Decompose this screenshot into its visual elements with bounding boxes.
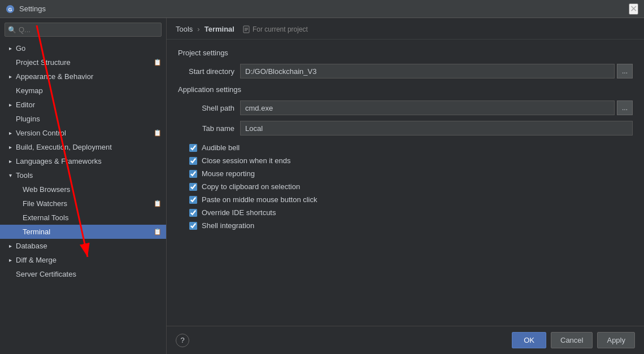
sidebar-item-project-structure[interactable]: Project Structure📋 <box>0 55 166 69</box>
help-button[interactable]: ? <box>176 334 189 347</box>
checkbox-row-mouse-reporting[interactable]: Mouse reporting <box>178 167 633 180</box>
start-directory-row: Start directory ... <box>178 64 633 78</box>
expand-arrow-editor <box>7 102 14 108</box>
shell-path-label: Shell path <box>178 104 234 112</box>
sidebar-item-file-watchers[interactable]: File Watchers📋 <box>0 196 166 211</box>
sidebar-label-version-control: Version Control <box>16 129 66 137</box>
copy-icon-terminal: 📋 <box>154 228 162 235</box>
copy-icon-file-watchers: 📋 <box>154 200 162 207</box>
sidebar-item-appearance[interactable]: Appearance & Behavior <box>0 69 166 84</box>
sidebar-item-build[interactable]: Build, Execution, Deployment <box>0 140 166 154</box>
ok-button[interactable]: OK <box>512 332 546 348</box>
cancel-button[interactable]: Cancel <box>551 332 593 348</box>
search-input[interactable] <box>5 23 162 37</box>
window-title: Settings <box>19 5 46 13</box>
sidebar-label-external-tools: External Tools <box>23 213 68 222</box>
sidebar-item-database[interactable]: Database <box>0 239 166 253</box>
settings-content: Project settings Start directory ... App… <box>167 40 644 326</box>
app-icon: G <box>6 5 15 14</box>
search-box[interactable]: 🔍 <box>5 23 162 37</box>
checkbox-row-close-session[interactable]: Close session when it ends <box>178 154 633 167</box>
main-layout: 🔍 GoProject Structure📋Appearance & Behav… <box>0 18 644 354</box>
sidebar-item-server-certs[interactable]: Server Certificates <box>0 267 166 281</box>
breadcrumb-project-label: For current project <box>253 25 308 33</box>
breadcrumb-terminal: Terminal <box>204 25 234 33</box>
expand-arrow-build <box>7 144 14 150</box>
sidebar-item-languages[interactable]: Languages & Frameworks <box>0 154 166 168</box>
start-directory-label: Start directory <box>178 67 234 76</box>
document-icon <box>242 25 250 33</box>
expand-arrow-diff-merge <box>7 257 14 263</box>
sidebar-label-project-structure: Project Structure <box>16 58 71 67</box>
svg-text:G: G <box>8 7 12 12</box>
sidebar-item-diff-merge[interactable]: Diff & Merge <box>0 253 166 267</box>
content-area: Tools › Terminal For current project Pro… <box>167 18 644 354</box>
checkbox-label-audible-bell: Audible bell <box>202 143 240 152</box>
checkbox-row-audible-bell[interactable]: Audible bell <box>178 141 633 154</box>
checkbox-label-copy-clipboard: Copy to clipboard on selection <box>202 182 300 191</box>
checkbox-label-mouse-reporting: Mouse reporting <box>202 169 255 178</box>
start-directory-input[interactable] <box>240 64 615 78</box>
title-bar-left: G Settings <box>6 5 46 14</box>
expand-arrow-tools <box>7 172 14 178</box>
sidebar-item-tools[interactable]: Tools <box>0 168 166 182</box>
sidebar-label-diff-merge: Diff & Merge <box>16 256 56 264</box>
shell-path-browse-btn[interactable]: ... <box>617 100 633 115</box>
breadcrumb-project[interactable]: For current project <box>242 25 308 33</box>
sidebar-item-editor[interactable]: Editor <box>0 98 166 112</box>
bottom-bar: ? OK Cancel Apply <box>167 326 644 354</box>
expand-arrow-appearance <box>7 73 14 80</box>
tab-name-row: Tab name <box>178 121 633 136</box>
title-bar: G Settings ✕ <box>0 0 644 18</box>
expand-arrow-languages <box>7 158 14 164</box>
checkbox-label-paste-middle: Paste on middle mouse button click <box>202 195 317 204</box>
expand-arrow-database <box>7 243 14 249</box>
sidebar-label-languages: Languages & Frameworks <box>16 157 102 165</box>
project-settings-title: Project settings <box>178 49 633 57</box>
app-settings-title: Application settings <box>178 85 633 94</box>
sidebar-label-server-certs: Server Certificates <box>16 270 76 278</box>
shell-path-input[interactable] <box>240 100 615 115</box>
sidebar-label-database: Database <box>16 242 47 250</box>
checkbox-label-shell-integration: Shell integration <box>202 221 254 230</box>
start-directory-browse-btn[interactable]: ... <box>617 64 633 78</box>
tab-name-input-wrap <box>240 121 633 136</box>
sidebar-label-editor: Editor <box>16 100 35 109</box>
sidebar-item-external-tools[interactable]: External Tools <box>0 211 166 225</box>
sidebar-item-keymap[interactable]: Keymap <box>0 84 166 98</box>
sidebar-item-version-control[interactable]: Version Control📋 <box>0 126 166 140</box>
checkbox-audible-bell[interactable] <box>189 144 197 152</box>
sidebar-items-container: GoProject Structure📋Appearance & Behavio… <box>0 41 166 281</box>
breadcrumb-tools: Tools <box>176 25 193 33</box>
expand-arrow-version-control <box>7 130 14 136</box>
checkbox-paste-middle[interactable] <box>189 196 197 204</box>
search-icon: 🔍 <box>8 26 16 34</box>
breadcrumb-separator: › <box>197 25 199 33</box>
sidebar-label-build: Build, Execution, Deployment <box>16 143 112 151</box>
copy-icon-version-control: 📋 <box>154 129 162 137</box>
close-button[interactable]: ✕ <box>629 3 638 15</box>
checkbox-label-close-session: Close session when it ends <box>202 156 291 165</box>
checkbox-mouse-reporting[interactable] <box>189 170 197 178</box>
sidebar-label-go: Go <box>16 44 25 53</box>
checkbox-row-shell-integration[interactable]: Shell integration <box>178 219 633 232</box>
sidebar-label-file-watchers: File Watchers <box>23 199 67 208</box>
checkbox-close-session[interactable] <box>189 157 197 165</box>
sidebar-label-tools: Tools <box>16 171 33 180</box>
checkbox-row-paste-middle[interactable]: Paste on middle mouse button click <box>178 193 633 206</box>
sidebar-item-terminal[interactable]: Terminal📋 <box>0 225 166 239</box>
expand-arrow-go <box>7 45 14 51</box>
tab-name-input[interactable] <box>240 121 633 136</box>
shell-path-input-wrap: ... <box>240 100 633 115</box>
apply-button[interactable]: Apply <box>597 332 635 348</box>
checkbox-override-ide[interactable] <box>189 209 197 217</box>
bottom-left: ? <box>176 334 189 347</box>
checkbox-copy-clipboard[interactable] <box>189 183 197 191</box>
checkbox-row-copy-clipboard[interactable]: Copy to clipboard on selection <box>178 180 633 193</box>
checkboxes-container: Audible bell Close session when it ends … <box>178 141 633 232</box>
sidebar-item-go[interactable]: Go <box>0 41 166 55</box>
checkbox-shell-integration[interactable] <box>189 222 197 230</box>
checkbox-row-override-ide[interactable]: Override IDE shortcuts <box>178 206 633 219</box>
sidebar-item-plugins[interactable]: Plugins <box>0 112 166 126</box>
sidebar-item-web-browsers[interactable]: Web Browsers <box>0 182 166 196</box>
